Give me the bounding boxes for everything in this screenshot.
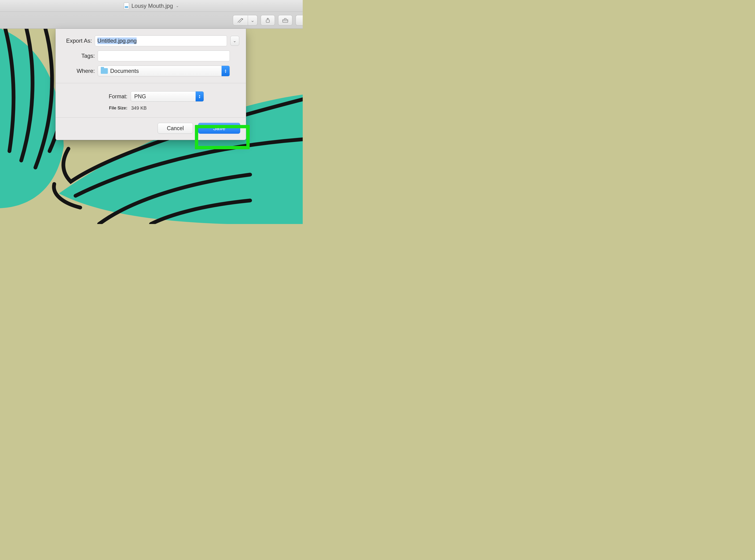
markup-dropdown-button[interactable]: ⌄ [248,15,257,25]
chevron-down-icon: ⌄ [251,17,255,23]
markup-button-group: ⌄ [233,15,257,25]
cancel-button-label: Cancel [167,125,184,132]
toolbox-button[interactable] [278,15,292,25]
export-as-input[interactable]: Untitled.jpg.png [95,35,227,46]
toolbar: ⌄ [0,12,303,29]
filesize-label: File Size: [62,106,131,111]
document-icon [124,3,129,9]
markup-pencil-icon [237,18,244,23]
format-select[interactable]: PNG ▲▼ [131,91,204,102]
format-label: Format: [62,93,131,100]
filesize-value: 349 KB [131,105,147,111]
where-select[interactable]: Documents ▲▼ [98,65,230,76]
rotate-icon [265,18,271,23]
window-title[interactable]: Lousy Mouth.jpg [131,3,173,9]
rotate-button[interactable] [261,15,275,25]
folder-icon [101,68,108,74]
export-as-label: Export As: [62,38,95,44]
toolbar-overflow-button[interactable] [296,15,303,25]
tags-label: Tags: [62,53,98,59]
toolbox-icon [282,18,289,23]
svg-rect-2 [283,20,288,22]
chevron-down-icon: ⌄ [233,38,236,43]
updown-stepper-icon: ▲▼ [221,66,230,76]
cancel-button[interactable]: Cancel [158,123,193,134]
expand-save-panel-button[interactable]: ⌄ [230,36,239,46]
format-value: PNG [131,93,196,100]
window-titlebar: Lousy Mouth.jpg ⌄ [0,0,303,12]
save-button-label: Save [213,125,225,132]
export-dialog: Export As: Untitled.jpg.png ⌄ Tags: Wher… [55,29,246,140]
where-label: Where: [62,68,98,74]
save-button[interactable]: Save [198,123,240,134]
svg-rect-1 [266,20,269,22]
export-as-value: Untitled.jpg.png [97,38,137,44]
tags-input[interactable] [98,51,230,61]
svg-point-0 [242,18,243,20]
where-value: Documents [110,68,221,74]
markup-button[interactable] [233,15,248,25]
dialog-footer: Cancel Save [56,118,246,140]
updown-stepper-icon: ▲▼ [196,92,204,101]
title-dropdown-icon[interactable]: ⌄ [176,3,179,8]
